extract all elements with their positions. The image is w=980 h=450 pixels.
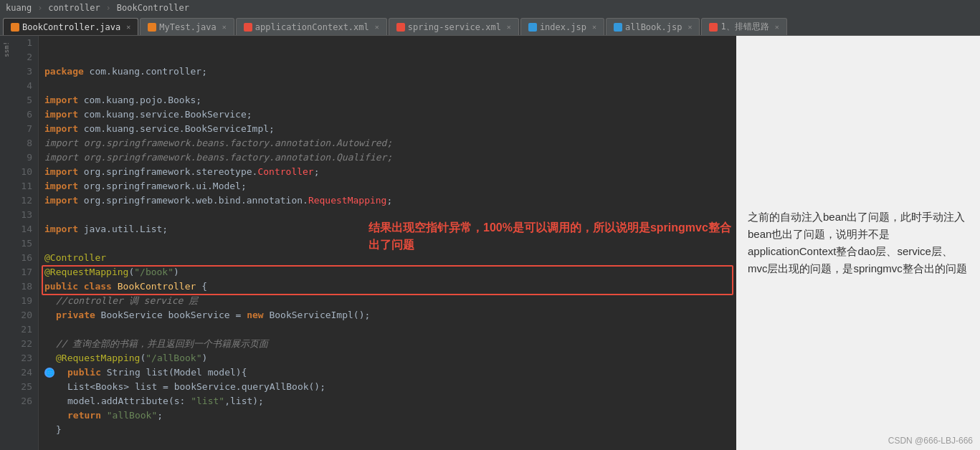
tab-label: applicationContext.xml [255, 22, 369, 32]
tab-close-icon[interactable]: ✕ [507, 23, 511, 31]
code-line-10: import org.springframework.stereotype.Co… [44, 165, 731, 179]
tab-appctx[interactable]: applicationContext.xml ✕ [236, 18, 387, 35]
tab-bookctr[interactable]: BookController.java ✕ [3, 18, 138, 35]
tab-allbook[interactable]: allBook.jsp ✕ [606, 18, 700, 35]
tab-close-icon[interactable]: ✕ [375, 23, 379, 31]
xml-icon [244, 23, 252, 32]
code-line-9: import org.springframework.beans.factory… [44, 150, 731, 165]
debug-icon [709, 23, 718, 32]
code-line-17: @RequestMapping("/book") [44, 265, 731, 279]
globe-icon: 🌐 [44, 368, 54, 378]
java-icon [148, 23, 156, 32]
code-line-26: model.addAttribute(s: "list",list); [44, 394, 731, 408]
tab-close-icon[interactable]: ✕ [126, 23, 130, 31]
code-line-18: public class BookController { [44, 279, 731, 294]
title-bar: kuang › controller › BookController [0, 0, 980, 16]
xml-icon [396, 23, 405, 32]
code-editor: 1 2 3 4 5 6 7 8 9 10 11 12 13 14 15 16 1… [13, 36, 736, 450]
tab-close-icon[interactable]: ✕ [222, 23, 227, 31]
tab-label: BookController.java [22, 22, 120, 32]
tab-springsvc[interactable]: spring-service.xml ✕ [389, 18, 519, 35]
code-line-2 [44, 50, 731, 64]
code-line-3: package com.kuang.controller; [44, 64, 731, 79]
tab-bar: BookController.java ✕ MyTest.java ✕ appl… [0, 16, 980, 36]
code-line-21 [44, 322, 731, 337]
code-line-11: import org.springframework.ui.Model; [44, 179, 731, 193]
code-line-28: } [44, 423, 731, 437]
left-gutter: ssm! [0, 36, 13, 450]
code-line-7: import com.kuang.service.BookServiceImpl… [44, 122, 731, 136]
tab-close-icon[interactable]: ✕ [688, 23, 692, 31]
tab-label: allBook.jsp [625, 22, 682, 32]
jsp-icon [614, 23, 622, 32]
tab-label: index.jsp [540, 22, 586, 32]
code-line-4 [44, 79, 731, 93]
title-segment-controller: controller [48, 3, 100, 13]
code-line-8: import org.springframework.beans.factory… [44, 136, 731, 150]
tab-debug[interactable]: 1、排错思路 ✕ [701, 18, 786, 35]
java-icon [11, 23, 19, 32]
code-content: package com.kuang.controller; import com… [39, 36, 736, 450]
title-segment-class: BookController [117, 3, 189, 13]
code-line-6: import com.kuang.service.BookService; [44, 107, 731, 122]
code-line-12: import org.springframework.web.bind.anno… [44, 193, 731, 208]
code-line-1 [44, 36, 731, 50]
tab-index[interactable]: index.jsp ✕ [520, 18, 604, 35]
tab-close-icon[interactable]: ✕ [592, 23, 596, 31]
code-line-23: @RequestMapping("/allBook") [44, 351, 731, 365]
watermark: CSDN @666-LBJ-666 [888, 436, 973, 446]
tab-mytest[interactable]: MyTest.java ✕ [140, 18, 234, 35]
code-line-20: private BookService bookService = new Bo… [44, 308, 731, 322]
tab-label: spring-service.xml [408, 22, 501, 32]
code-line-5: import com.kuang.pojo.Books; [44, 93, 731, 107]
code-line-27: return "allBook"; [44, 408, 731, 423]
code-line-22: // 查询全部的书籍，并且返回到一个书籍展示页面 [44, 337, 731, 351]
callout-1-line1: 结果出现空指针异常，100%是可以调用的，所以说明是springmvc整合 [368, 219, 736, 236]
tab-label: 1、排错思路 [720, 21, 769, 33]
right-annotation-panel: 之前的自动注入bean出了问题，此时手动注入bean也出了问题，说明并不是app… [736, 36, 980, 450]
annotation-text: 之前的自动注入bean出了问题，此时手动注入bean也出了问题，说明并不是app… [748, 209, 969, 277]
code-line-25: List<Books> list = bookService.queryAllB… [44, 380, 731, 394]
callout-1-line2: 出了问题 [368, 236, 736, 254]
code-line-24: 🌐 public String list(Model model){ [44, 365, 731, 380]
tab-close-icon[interactable]: ✕ [775, 23, 779, 31]
title-segment-kuang: kuang [6, 3, 32, 13]
tab-label: MyTest.java [159, 22, 216, 32]
jsp-icon [528, 23, 537, 32]
callout-1: 结果出现空指针异常，100%是可以调用的，所以说明是springmvc整合 出了… [368, 219, 736, 254]
line-numbers: 1 2 3 4 5 6 7 8 9 10 11 12 13 14 15 16 1… [13, 36, 39, 450]
code-line-19: //controller 调 service 层 [44, 294, 731, 308]
